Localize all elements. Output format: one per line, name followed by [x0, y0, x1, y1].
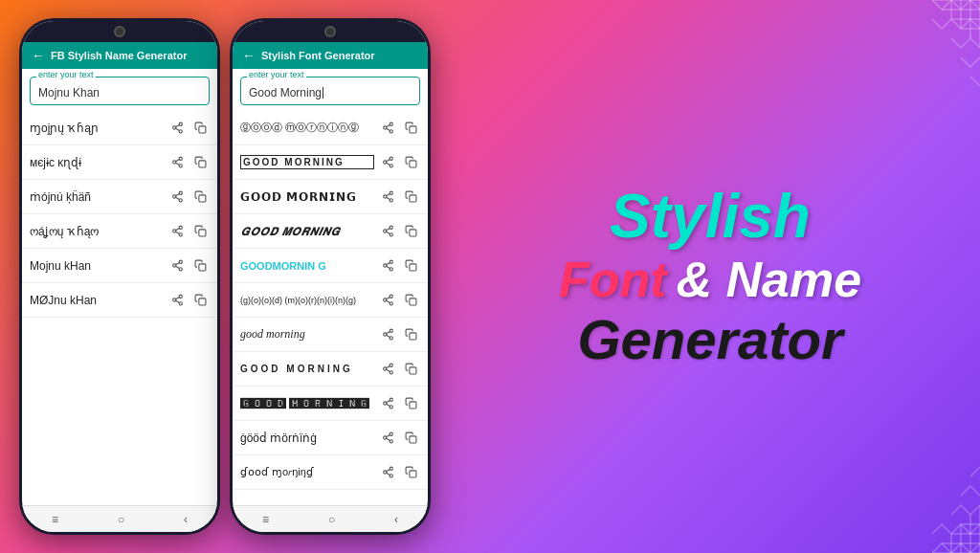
svg-line-110 [386, 435, 390, 437]
share-button[interactable] [378, 394, 397, 413]
svg-rect-105 [409, 402, 415, 409]
share-button[interactable] [167, 188, 187, 207]
copy-button[interactable] [401, 222, 420, 241]
copy-button[interactable] [190, 188, 210, 207]
share-button[interactable] [167, 153, 187, 172]
svg-line-49 [175, 300, 179, 302]
result-icons [167, 256, 210, 276]
svg-line-80 [386, 263, 390, 265]
table-row: ṁójnú ķĥäñ [22, 180, 217, 214]
svg-line-109 [386, 438, 390, 440]
phone2-results-list: ⓖⓞⓞⓓ ⓜⓞⓡⓝⓘⓝⓖ GOOD MORNING [233, 109, 428, 505]
svg-rect-21 [198, 126, 205, 133]
share-button[interactable] [378, 429, 397, 448]
share-button[interactable] [167, 256, 187, 276]
phone2-back-icon[interactable]: ← [242, 48, 256, 63]
svg-rect-75 [409, 230, 415, 236]
phone1-back-icon[interactable]: ← [32, 48, 45, 63]
copy-button[interactable] [401, 256, 420, 276]
copy-button[interactable] [401, 153, 420, 172]
share-button[interactable] [378, 463, 397, 482]
headline-amp-name: & Name [676, 254, 861, 304]
copy-button[interactable] [190, 153, 210, 172]
table-row: мєjɨc ĸɳɖɨ [22, 145, 217, 180]
share-button[interactable] [378, 360, 397, 379]
phone2: ← Stylish Font Generator enter your text… [230, 18, 431, 535]
svg-line-68 [386, 194, 390, 196]
copy-button[interactable] [401, 463, 420, 482]
svg-line-25 [175, 163, 179, 165]
phone1-nav-menu[interactable]: ≡ [52, 513, 58, 526]
svg-line-44 [175, 263, 179, 265]
result-icons [378, 153, 420, 172]
svg-rect-39 [198, 230, 205, 236]
svg-line-31 [175, 197, 179, 199]
phone1-title: FB Stylish Name Generator [51, 50, 187, 61]
copy-button[interactable] [401, 291, 420, 310]
share-button[interactable] [378, 291, 397, 310]
svg-rect-99 [409, 367, 415, 374]
svg-rect-111 [409, 436, 415, 443]
svg-rect-87 [409, 299, 415, 305]
phone2-input-wrapper[interactable]: enter your text Good Morning [240, 77, 420, 105]
phone1-nav-home[interactable]: ○ [118, 513, 124, 526]
svg-line-26 [175, 160, 179, 162]
share-button[interactable] [167, 291, 187, 310]
copy-button[interactable] [401, 188, 420, 207]
headline-area: Stylish Font & Name Generator [440, 166, 980, 387]
table-row: ⓖⓞⓞⓓ ⓜⓞⓡⓝⓘⓝⓖ [233, 111, 428, 145]
phone1-input-label: enter your text [36, 70, 96, 79]
share-button[interactable] [167, 119, 187, 138]
table-row: Mojnu kHan [22, 249, 217, 283]
phone2-input-label: enter your text [247, 70, 306, 79]
result-icons [378, 325, 420, 344]
phone2-nav-back[interactable]: ‹ [394, 513, 398, 526]
phone1-input-wrapper[interactable]: enter your text Mojnu Khan [30, 77, 210, 105]
list-item: GOODMORNIN G [240, 260, 374, 272]
svg-line-91 [386, 335, 390, 337]
copy-button[interactable] [401, 325, 420, 344]
phone2-nav-home[interactable]: ○ [328, 513, 335, 526]
copy-button[interactable] [401, 360, 420, 379]
copy-button[interactable] [401, 429, 420, 448]
share-button[interactable] [378, 325, 397, 344]
phone2-nav-menu[interactable]: ≡ [262, 513, 269, 526]
phone2-input-value[interactable]: Good Morning [249, 86, 322, 100]
list-item: ⓖⓞⓞⓓ ⓜⓞⓡⓝⓘⓝⓖ [240, 121, 374, 135]
copy-button[interactable] [401, 119, 420, 138]
copy-button[interactable] [190, 291, 210, 310]
share-button[interactable] [378, 153, 397, 172]
svg-rect-81 [409, 264, 415, 271]
share-button[interactable] [378, 188, 397, 207]
headline-font: Font [559, 254, 667, 304]
copy-button[interactable] [401, 394, 420, 413]
svg-line-20 [175, 125, 179, 127]
svg-line-98 [386, 366, 390, 368]
list-item: GOOD MORNING [240, 364, 374, 374]
copy-button[interactable] [190, 256, 210, 276]
list-item: мєjɨc ĸɳɖɨ [30, 156, 164, 169]
phone2-title: Stylish Font Generator [261, 50, 375, 61]
share-button[interactable] [378, 256, 397, 276]
phone1-input-area: enter your text Mojnu Khan [22, 69, 217, 109]
table-row: GOODMORNIN G [233, 249, 428, 283]
svg-line-43 [175, 266, 179, 268]
table-row: ɱojɲų ҡɦąɲ [22, 111, 217, 145]
svg-line-73 [386, 232, 390, 233]
phone1-input-value[interactable]: Mojnu Khan [38, 86, 100, 100]
phone1-nav-back[interactable]: ‹ [184, 513, 188, 526]
svg-line-79 [386, 266, 390, 268]
svg-rect-45 [198, 264, 205, 271]
list-item: GOOD MORNING [240, 155, 374, 169]
svg-line-85 [386, 300, 390, 302]
share-button[interactable] [378, 222, 397, 241]
svg-line-19 [175, 128, 179, 130]
share-button[interactable] [378, 119, 397, 138]
phones-area: ← FB Stylish Name Generator enter your t… [0, 0, 440, 553]
copy-button[interactable] [190, 119, 210, 138]
cursor [323, 87, 323, 99]
headline-stylish: Stylish [610, 186, 811, 247]
svg-line-103 [386, 404, 390, 406]
copy-button[interactable] [190, 222, 210, 241]
share-button[interactable] [167, 222, 187, 241]
